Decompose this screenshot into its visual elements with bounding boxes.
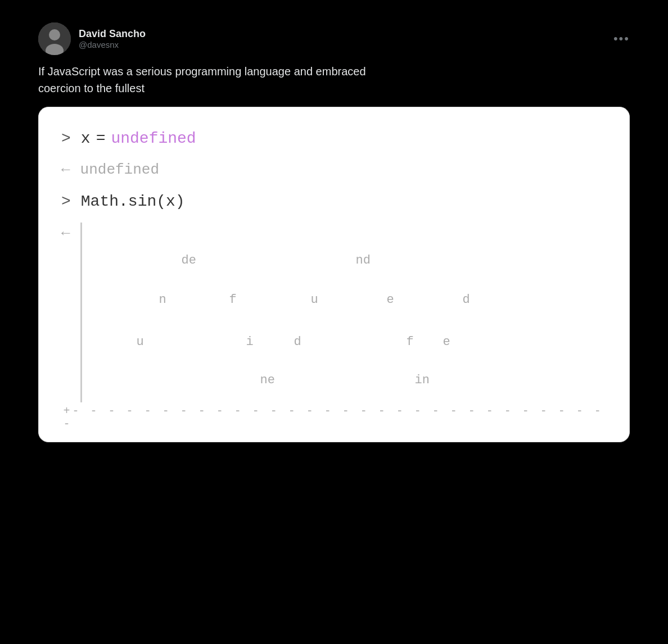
bottom-dashes: +- - - - - - - - - - - - - - - - - - - -… — [64, 405, 607, 430]
username: @davesnx — [79, 40, 146, 49]
tweet-text-line1: If JavaScript was a serious programming … — [38, 65, 366, 78]
tweet-card: David Sancho @davesnx ••• If JavaScript … — [25, 11, 643, 453]
scatter-in: in — [415, 373, 430, 387]
more-options-button[interactable]: ••• — [613, 31, 630, 46]
var-x: x — [81, 128, 91, 149]
scatter-f: f — [229, 293, 237, 307]
scatter-i: i — [246, 335, 254, 349]
scatter-ne: ne — [260, 373, 275, 387]
scatter-nd: nd — [356, 253, 371, 267]
tweet-text-line2: coercion to the fullest — [38, 82, 145, 94]
user-info: David Sancho @davesnx — [79, 28, 146, 49]
code-block: > x = undefined ← undefined > Math.sin(x… — [38, 107, 630, 442]
output-undefined-1: undefined — [80, 160, 159, 180]
math-sin-code: Math.sin(x) — [81, 191, 185, 212]
scatter-de: de — [182, 253, 196, 267]
undefined-keyword: undefined — [111, 128, 196, 149]
return-prompt-2: ← — [61, 225, 70, 242]
tweet-header-left: David Sancho @davesnx — [38, 22, 146, 55]
display-name: David Sancho — [79, 28, 146, 40]
scatter-f2: f — [407, 335, 414, 349]
avatar — [38, 22, 71, 55]
scatter-e2: e — [443, 335, 450, 349]
svg-point-1 — [49, 29, 60, 40]
scatter-u2: u — [137, 335, 144, 349]
avatar-image — [38, 22, 71, 55]
scatter-n: n — [159, 293, 166, 307]
return-prompt-1: ← — [61, 160, 70, 180]
scatter-area: de nd n f u e d u i d f e ne in +- - - -… — [80, 223, 607, 430]
code-line-3: > Math.sin(x) — [61, 191, 607, 212]
prompt-3: > — [61, 191, 71, 212]
vertical-bar — [80, 223, 82, 402]
scatter-e: e — [387, 293, 394, 307]
scatter-d: d — [463, 293, 470, 307]
code-line-1: > x = undefined — [61, 128, 607, 149]
code-line-4: ← de nd n f u e d u i d f e ne in — [61, 223, 607, 430]
scatter-d2: d — [294, 335, 301, 349]
scatter-u: u — [311, 293, 318, 307]
tweet-header: David Sancho @davesnx ••• — [38, 22, 630, 55]
prompt-1: > — [61, 128, 71, 149]
equals-sign: = — [96, 128, 106, 149]
code-line-2: ← undefined — [61, 160, 607, 180]
tweet-text: If JavaScript was a serious programming … — [38, 63, 630, 97]
